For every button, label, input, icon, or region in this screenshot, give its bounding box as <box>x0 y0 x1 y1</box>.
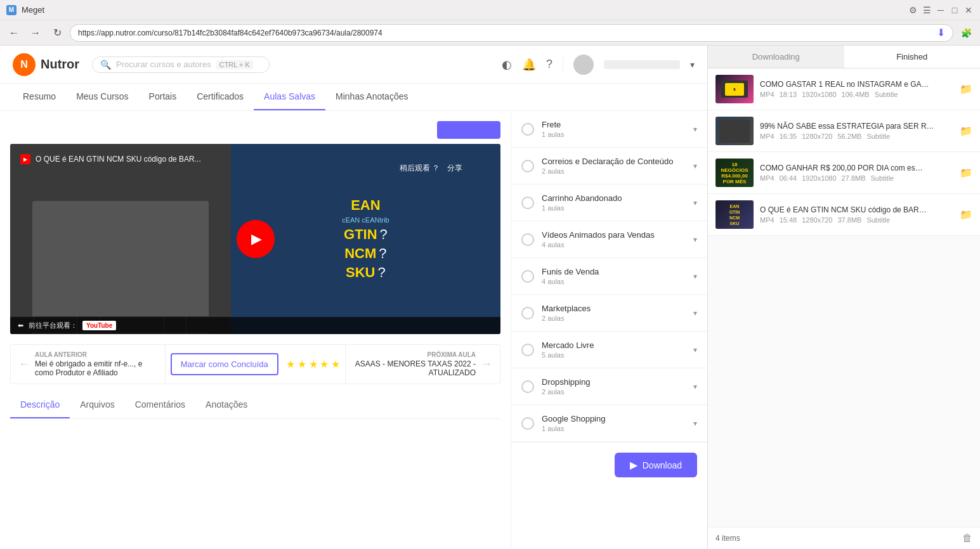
section-check-frete[interactable] <box>521 123 534 136</box>
nav-certificados[interactable]: Certificados <box>186 84 254 110</box>
section-header-correios[interactable]: Correios e Declaração de Conteúdo 2 aula… <box>511 148 707 184</box>
tab-descricao[interactable]: Descrição <box>10 392 70 418</box>
forward-btn[interactable]: → <box>27 24 44 42</box>
section-header-dropshipping[interactable]: Dropshipping 2 aulas ▾ <box>511 368 707 404</box>
section-check-videos[interactable] <box>521 233 534 246</box>
item-info-1: COMO GASTAR 1 REAL no INSTAGRAM e GA… MP… <box>760 80 953 98</box>
item-folder-icon-1[interactable]: 📁 <box>960 83 972 95</box>
item-resolution-4: 1280x720 <box>802 216 832 224</box>
item-folder-icon-4[interactable]: 📁 <box>960 209 972 221</box>
star-3[interactable]: ★ <box>309 359 318 370</box>
section-google-shopping: Google Shopping 1 aulas ▾ <box>511 405 707 442</box>
item-info-2: 99% NÃO SABE essa ESTRATEGIA para SER R…… <box>760 122 953 140</box>
section-check-carrinho[interactable] <box>521 197 534 209</box>
play-button[interactable]: ▶ <box>237 220 275 258</box>
section-header-mercado-livre[interactable]: Mercado Livre 5 aulas ▾ <box>511 332 707 368</box>
section-check-mercado-livre[interactable] <box>521 344 534 356</box>
nav-portais[interactable]: Portais <box>139 84 187 110</box>
item-info-4: O QUE é EAN GTIN NCM SKU código de BAR… … <box>760 205 953 224</box>
item-duration-1: 18:13 <box>780 91 797 98</box>
item-folder-icon-2[interactable]: 📁 <box>960 125 972 137</box>
maximize-btn[interactable]: □ <box>950 5 960 15</box>
user-name <box>604 60 680 69</box>
section-count-mercado-livre: 5 aulas <box>542 351 686 359</box>
prev-title: Mei é obrigado a emitir nf-e..., e como … <box>35 359 157 377</box>
tab-comentarios[interactable]: Comentários <box>125 392 195 418</box>
tab-finished[interactable]: Finished <box>844 46 981 68</box>
back-btn[interactable]: ← <box>5 24 23 42</box>
section-header-marketplaces[interactable]: Marketplaces 2 aulas ▾ <box>511 295 707 331</box>
tab-downloading[interactable]: Downloading <box>708 46 844 68</box>
section-header-google-shopping[interactable]: Google Shopping 1 aulas ▾ <box>511 405 707 441</box>
item-folder-icon-3[interactable]: 📁 <box>960 167 972 179</box>
meget-panel: Downloading Finished $ COMO GASTAR 1 REA… <box>707 46 980 549</box>
video-q3: ? <box>378 264 386 281</box>
minimize-btn[interactable]: ─ <box>936 5 946 15</box>
user-dropdown-icon[interactable]: ▾ <box>690 60 695 70</box>
section-check-marketplaces[interactable] <box>521 307 534 320</box>
meget-tabs: Downloading Finished <box>708 46 980 68</box>
delete-all-icon[interactable]: 🗑 <box>962 533 972 544</box>
section-header-carrinho[interactable]: Carrinho Abandonado 1 aulas ▾ <box>511 184 707 221</box>
menu-btn[interactable]: ☰ <box>922 5 932 15</box>
chevron-videos: ▾ <box>693 235 697 244</box>
nutror-logo: N Nutror <box>13 53 79 76</box>
bell-icon[interactable]: 🔔 <box>522 58 536 72</box>
section-info-marketplaces: Marketplaces 2 aulas <box>542 304 686 322</box>
section-check-funis[interactable] <box>521 270 534 283</box>
contrast-icon[interactable]: ◐ <box>502 58 512 72</box>
item-title-4: O QUE é EAN GTIN NCM SKU código de BAR… <box>760 205 953 214</box>
play-icon: ▶ <box>251 231 262 247</box>
course-sidebar: Frete 1 aulas ▾ Correios e Declaração de… <box>511 111 707 549</box>
section-info-funis: Funis de Venda 4 aulas <box>542 267 686 285</box>
refresh-btn[interactable]: ↻ <box>48 24 66 42</box>
download-page-icon[interactable]: ⬇ <box>937 27 945 39</box>
item-format-4: MP4 <box>760 216 774 224</box>
extensions-btn[interactable]: 🧩 <box>957 24 975 42</box>
item-thumb-2 <box>715 117 754 145</box>
section-header-frete[interactable]: Frete 1 aulas ▾ <box>511 111 707 147</box>
settings-btn[interactable]: ⚙ <box>908 5 918 15</box>
star-4[interactable]: ★ <box>320 359 329 370</box>
address-bar[interactable]: https://app.nutror.com/curso/817b14fc2b3… <box>70 24 953 42</box>
mark-complete-button[interactable]: Marcar como Concluída <box>171 353 278 375</box>
search-bar[interactable]: 🔍 Procurar cursos e autores CTRL + K <box>92 56 270 73</box>
star-2[interactable]: ★ <box>297 359 306 370</box>
star-5[interactable]: ★ <box>331 359 340 370</box>
close-btn[interactable]: ✕ <box>964 5 974 15</box>
mark-complete-section: Marcar como Concluída ★ ★ ★ ★ ★ <box>166 345 346 384</box>
section-title-funis: Funis de Venda <box>542 267 686 276</box>
star-1[interactable]: ★ <box>286 359 295 370</box>
nav-resumo[interactable]: Resumo <box>13 84 66 110</box>
section-count-carrinho: 1 aulas <box>542 204 686 212</box>
nav-aulas-salvas[interactable]: Aulas Salvas <box>254 84 325 110</box>
item-subtitle-4: Subtitle <box>866 216 890 224</box>
items-count-bar: 4 items 🗑 <box>708 527 980 549</box>
items-count-text: 4 items <box>715 534 740 543</box>
section-check-dropshipping[interactable] <box>521 380 534 393</box>
section-check-correios[interactable] <box>521 160 534 172</box>
item-thumb-4: EAN GTIN NCM SKU <box>715 200 754 229</box>
video-platform-label: 前往平台观看： <box>29 321 77 330</box>
section-info-frete: Frete 1 aulas <box>542 120 686 138</box>
search-input[interactable]: Procurar cursos e autores <box>116 60 211 69</box>
nav-minhas-anotacoes[interactable]: Minhas Anotações <box>325 84 418 110</box>
section-info-correios: Correios e Declaração de Conteúdo 2 aula… <box>542 157 686 175</box>
section-header-videos[interactable]: Vídeos Animados para Vendas 4 aulas ▾ <box>511 221 707 257</box>
section-header-funis[interactable]: Funis de Venda 4 aulas ▾ <box>511 258 707 294</box>
nav-meus-cursos[interactable]: Meus Cursos <box>66 84 138 110</box>
user-avatar[interactable] <box>573 55 594 75</box>
tab-anotacoes[interactable]: Anotações <box>195 392 258 418</box>
section-check-google-shopping[interactable] <box>521 417 534 430</box>
prev-section[interactable]: ← AULA ANTERIOR Mei é obrigado a emitir … <box>11 345 165 384</box>
prev-info: AULA ANTERIOR Mei é obrigado a emitir nf… <box>35 351 157 377</box>
video-sku-text: SKU <box>346 264 375 281</box>
help-icon[interactable]: ? <box>546 58 552 71</box>
tab-arquivos[interactable]: Arquivos <box>70 392 124 418</box>
next-section[interactable]: PRÓXIMA AULA ASAAS - MENORES TAXAS 2022 … <box>346 345 500 384</box>
download-button[interactable]: ▶ Download <box>615 453 697 477</box>
yt-icon: ▶ <box>20 154 30 164</box>
chevron-funis: ▾ <box>693 272 697 281</box>
video-player[interactable]: EAN cEAN cEANtrib GTIN ? NCM ? <box>10 144 500 334</box>
chevron-dropshipping: ▾ <box>693 382 697 391</box>
